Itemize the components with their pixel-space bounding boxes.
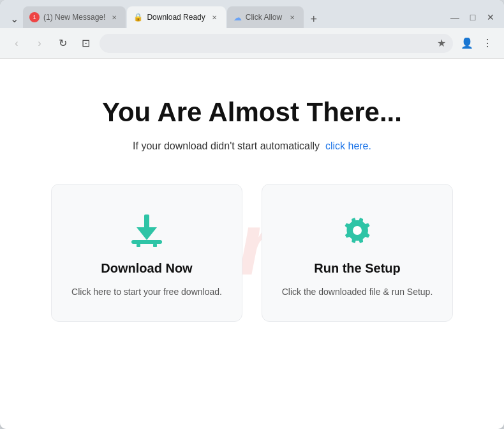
- tab-messages-title: (1) New Message!: [43, 13, 105, 22]
- extensions-button[interactable]: ⊡: [77, 34, 94, 52]
- subtitle-text: If your download didn't start automatica…: [133, 140, 320, 151]
- page-content: PCrisk You Are Almost There... If your d…: [0, 59, 504, 429]
- back-button[interactable]: ‹: [8, 34, 26, 52]
- url-input[interactable]: [107, 38, 430, 48]
- close-button[interactable]: ✕: [482, 9, 499, 26]
- tab-cloud-icon: ☁: [233, 13, 242, 22]
- gear-icon: [337, 210, 378, 251]
- download-card-title: Download Now: [101, 261, 192, 276]
- click-here-link[interactable]: click here.: [325, 140, 371, 151]
- run-setup-card[interactable]: Run the Setup Click the downloaded file …: [262, 184, 453, 322]
- bookmark-icon[interactable]: ★: [435, 37, 448, 50]
- minimize-button[interactable]: —: [447, 9, 463, 26]
- download-card-desc: Click here to start your free download.: [71, 286, 222, 299]
- url-bar-container[interactable]: ★: [100, 34, 453, 53]
- tab-download-title: Download Ready: [147, 13, 205, 22]
- new-tab-button[interactable]: +: [305, 10, 323, 28]
- maximize-button[interactable]: □: [464, 9, 481, 26]
- cards-container: Download Now Click here to start your fr…: [35, 184, 469, 322]
- svg-rect-2: [131, 240, 162, 244]
- page-subtitle: If your download didn't start automatica…: [133, 140, 371, 152]
- tab-download-close[interactable]: ✕: [209, 12, 219, 22]
- tab-allow-close[interactable]: ✕: [287, 12, 297, 22]
- tab-lock-icon: 🔒: [133, 13, 143, 22]
- menu-button[interactable]: ⋮: [478, 34, 496, 52]
- forward-button[interactable]: ›: [31, 34, 48, 52]
- tab-list-button[interactable]: ⌄: [5, 9, 23, 28]
- svg-rect-3: [137, 244, 140, 247]
- tabs-container: 1 (1) New Message! ✕ 🔒 Download Ready ✕ …: [23, 6, 441, 28]
- svg-point-5: [353, 226, 362, 235]
- tab-allow[interactable]: ☁ Click Allow ✕: [227, 6, 304, 28]
- download-now-card[interactable]: Download Now Click here to start your fr…: [51, 184, 242, 322]
- refresh-button[interactable]: ↻: [54, 34, 71, 52]
- tab-bar: ⌄ 1 (1) New Message! ✕ 🔒 Download Ready …: [0, 0, 504, 28]
- setup-card-title: Run the Setup: [314, 261, 401, 276]
- tab-messages-close[interactable]: ✕: [109, 12, 119, 22]
- tab-messages[interactable]: 1 (1) New Message! ✕: [23, 6, 126, 28]
- download-icon: [126, 210, 167, 251]
- address-bar: ‹ › ↻ ⊡ ★ 👤 ⋮: [0, 28, 504, 59]
- profile-button[interactable]: 👤: [458, 34, 476, 52]
- toolbar-right: 👤 ⋮: [458, 34, 496, 52]
- svg-marker-1: [137, 227, 157, 240]
- svg-rect-4: [153, 244, 157, 247]
- tab-notification-badge: 1: [29, 12, 40, 22]
- window-controls: — □ ✕: [447, 9, 499, 26]
- tab-allow-title: Click Allow: [246, 13, 283, 22]
- tab-download[interactable]: 🔒 Download Ready ✕: [127, 6, 225, 28]
- content-area: PCrisk You Are Almost There... If your d…: [0, 59, 504, 429]
- page-heading: You Are Almost There...: [102, 97, 402, 128]
- setup-card-desc: Click the downloaded file & run Setup.: [282, 286, 433, 299]
- browser-window: ⌄ 1 (1) New Message! ✕ 🔒 Download Ready …: [0, 0, 504, 429]
